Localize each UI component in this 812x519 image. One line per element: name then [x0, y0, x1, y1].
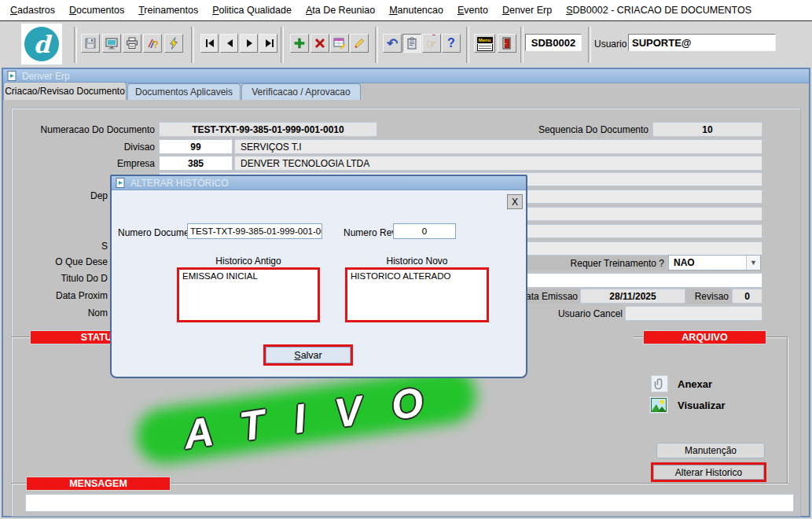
usuario-field[interactable]: SUPORTE@ [628, 34, 776, 51]
toolbar: d ? [0, 22, 812, 68]
numeracao-field: TEST-TXT-99-385-01-999-001-0010 [159, 122, 377, 137]
lightning-icon [167, 37, 180, 50]
toolbar-separator [588, 27, 591, 63]
empresa-code-field[interactable]: 385 [159, 156, 233, 171]
numeracao-label: Numeracao Do Documento [31, 124, 155, 135]
visualizar-label[interactable]: Visualizar [678, 399, 725, 411]
arquivo-section-label: ARQUIVO [643, 330, 766, 344]
menu-politica-qualidade[interactable]: Politica Qualidade [205, 5, 299, 16]
delete-x-icon [314, 37, 326, 50]
nav-next-button[interactable] [240, 34, 258, 53]
o-que-deseja-label: O Que Dese [29, 256, 108, 267]
tab-verificacao-aprovacao[interactable]: Verificacao / Aprovacao [241, 83, 361, 100]
salvar-button[interactable]: Salvar [266, 347, 351, 363]
toolbar-separator [191, 27, 194, 63]
menu-manutencao[interactable]: Manutencao [382, 5, 450, 16]
usuario-cancel-label: Usuario Cancel [544, 308, 623, 319]
manutencao-button[interactable]: Manutenção [656, 443, 765, 458]
app-icon [116, 178, 126, 188]
save-button[interactable] [81, 34, 100, 53]
dialog-titlebar[interactable]: ALTERAR HISTÓRICO [112, 176, 526, 190]
anexar-label[interactable]: Anexar [678, 378, 712, 390]
confirm-button[interactable]: ☞8 [422, 34, 441, 53]
svg-text:?: ? [152, 39, 159, 50]
tab-criacao-revisao[interactable]: Criacao/Revisao Documento [3, 82, 127, 100]
empresa-desc-field: DENVER TECNOLOGIA LTDA [234, 156, 762, 171]
menu-bar: Cadastros Documentos Treinamentos Politi… [0, 0, 812, 21]
save-icon [84, 37, 97, 50]
nav-prev-button[interactable] [220, 34, 238, 53]
departamento-label: Dep [29, 190, 108, 201]
screen-button[interactable] [102, 34, 121, 53]
undo-arrow-icon: ↶ [387, 37, 398, 50]
edit-button[interactable] [350, 34, 369, 53]
edit-grid-button[interactable] [330, 34, 349, 53]
divisao-desc-field: SERVIÇOS T.I [234, 139, 762, 154]
search-button[interactable]: ? [143, 34, 162, 53]
toolbar-separator [74, 27, 77, 63]
empresa-label: Empresa [31, 158, 155, 169]
groupbox-line [766, 337, 788, 338]
visualize-button[interactable] [649, 396, 668, 414]
application-window: Cadastros Documentos Treinamentos Politi… [0, 0, 812, 519]
nome-label: Nom [29, 307, 108, 318]
execute-button[interactable] [164, 34, 183, 53]
menu-denver-erp[interactable]: Denver Erp [495, 5, 559, 16]
chevron-down-icon[interactable]: ▼ [746, 256, 760, 270]
tab-documentos-aplicaveis[interactable]: Documentos Aplicaveis [127, 83, 241, 100]
requer-treinamento-label: Requer Treinamento ? [550, 258, 664, 269]
menu-grid-icon: Menu [477, 37, 493, 50]
print-icon [126, 37, 138, 50]
requer-treinamento-value: NAO [669, 257, 746, 268]
toolbar-separator [375, 27, 378, 63]
historico-antigo-label: Historico Antigo [177, 256, 320, 267]
groupbox-line [634, 337, 643, 338]
program-code-field[interactable]: SDB0002 [525, 34, 582, 51]
numero-revisao-input[interactable]: 0 [393, 223, 456, 239]
menu-evento[interactable]: Evento [450, 5, 495, 16]
data-proxima-label: Data Proxim [29, 290, 108, 301]
pencil-icon [353, 37, 366, 50]
usuario-label: Usuario [594, 39, 626, 50]
mensagem-section-label: MENSAGEM [26, 477, 171, 491]
app-icon [7, 71, 17, 81]
nav-first-button[interactable] [200, 34, 219, 53]
close-button[interactable]: X [507, 194, 523, 209]
add-button[interactable] [290, 34, 309, 53]
search-question-icon: ? [146, 37, 159, 50]
salvar-highlight: Salvar [263, 344, 353, 366]
data-emissao-label: Data Emissao [519, 291, 578, 302]
delete-button[interactable] [310, 34, 329, 53]
nav-last-button[interactable] [259, 34, 277, 53]
grid-pencil-icon [333, 37, 346, 50]
numero-documento-input[interactable]: TEST-TXT-99-385-01-999-001-0010 [187, 223, 322, 239]
plus-icon [293, 37, 306, 50]
denver-logo: d [21, 24, 62, 64]
divisao-code-field[interactable]: 99 [159, 139, 233, 154]
nav-first-icon [204, 38, 215, 49]
menu-button[interactable]: Menu [474, 34, 495, 53]
hand-confirm-icon: ☞8 [426, 38, 436, 50]
dialog-title: ALTERAR HISTÓRICO [130, 178, 228, 189]
undo-button[interactable]: ↶ [383, 34, 402, 53]
menu-ata-de-reuniao[interactable]: Ata De Reuniao [299, 5, 382, 16]
historico-novo-label: Historico Novo [345, 256, 489, 267]
historico-novo-textarea[interactable]: HISTORICO ALTERADO [345, 267, 489, 322]
sequencia-field: 10 [652, 122, 762, 137]
setor-label: S [29, 241, 108, 252]
paste-button[interactable] [402, 34, 421, 53]
alterar-historico-button[interactable]: Alterar Historico [653, 465, 764, 480]
menu-active-program[interactable]: SDB0002 - CRIACAO DE DOCUMENTOS [559, 5, 759, 16]
menu-cadastros[interactable]: Cadastros [3, 5, 62, 16]
help-button[interactable]: ? [442, 34, 461, 53]
print-button[interactable] [123, 34, 141, 53]
historico-antigo-textarea[interactable]: EMISSAO INICIAL [177, 267, 320, 322]
usuario-cancel-field [625, 306, 762, 321]
requer-treinamento-select[interactable]: NAO ▼ [668, 255, 761, 271]
divisao-label: Divisao [31, 142, 155, 153]
exit-button[interactable] [498, 34, 516, 53]
attach-button[interactable] [651, 375, 668, 392]
menu-treinamentos[interactable]: Treinamentos [131, 5, 205, 16]
menu-documentos[interactable]: Documentos [62, 5, 131, 16]
mensagem-field[interactable] [25, 494, 794, 512]
